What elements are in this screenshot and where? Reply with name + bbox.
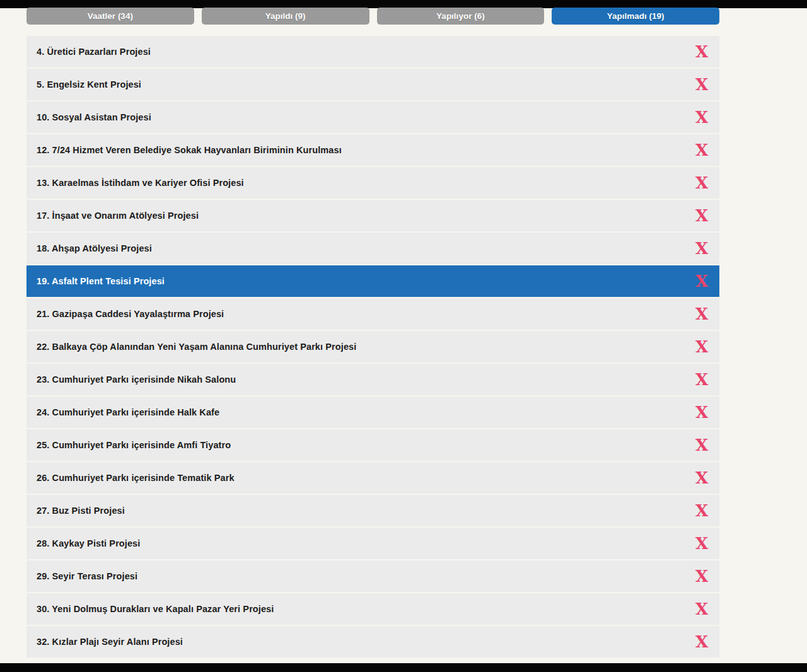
list-item-label: 4. Üretici Pazarları Projesi [37,47,693,57]
remove-icon[interactable]: X [693,109,711,125]
list-item[interactable]: 5. Engelsiz Kent ProjesiX [26,69,719,101]
remove-icon[interactable]: X [693,142,711,158]
list-item-label: 12. 7/24 Hizmet Veren Belediye Sokak Hay… [37,145,693,155]
list-item[interactable]: 21. Gazipaşa Caddesi Yayalaştırma Projes… [26,298,719,331]
list-item[interactable]: 4. Üretici Pazarları ProjesiX [26,36,719,69]
list-item-label: 23. Cumhuriyet Parkı içerisinde Nikah Sa… [37,374,693,385]
remove-icon[interactable]: X [693,568,711,584]
list-item[interactable]: 10. Sosyal Asistan ProjesiX [26,101,719,134]
list-item-label: 5. Engelsiz Kent Projesi [37,79,693,90]
list-item-label: 26. Cumhuriyet Parkı içerisinde Tematik … [37,473,693,483]
list-item[interactable]: 29. Seyir Terası ProjesiX [26,560,719,593]
list-item-label: 22. Balkaya Çöp Alanından Yeni Yaşam Ala… [37,342,693,352]
list-item[interactable]: 17. İnşaat ve Onarım Atölyesi ProjesiX [26,200,719,233]
tab-label: Yapılıyor (6) [436,11,485,21]
list-item-label: 19. Asfalt Plent Tesisi Projesi [37,276,693,286]
tab-label: Vaatler (34) [88,11,133,21]
list-item-label: 17. İnşaat ve Onarım Atölyesi Projesi [37,211,693,221]
list-item[interactable]: 22. Balkaya Çöp Alanından Yeni Yaşam Ala… [26,331,719,364]
list-item-label: 28. Kaykay Pisti Projesi [37,538,693,548]
remove-icon[interactable]: X [693,175,711,191]
remove-icon[interactable]: X [693,43,711,60]
list-item[interactable]: 19. Asfalt Plent Tesisi ProjesiX [26,265,719,298]
tab-yapiliyor[interactable]: Yapılıyor (6) [377,8,545,25]
list-item[interactable]: 30. Yeni Dolmuş Durakları ve Kapalı Paza… [26,593,719,626]
remove-icon[interactable]: X [693,207,711,224]
remove-icon[interactable]: X [693,502,711,519]
promise-list: 4. Üretici Pazarları ProjesiX5. Engelsiz… [26,36,719,659]
list-item-label: 32. Kızlar Plajı Seyir Alanı Projesi [37,637,693,647]
remove-icon[interactable]: X [693,601,711,617]
tab-vaatler[interactable]: Vaatler (34) [26,8,194,25]
list-item-label: 10. Sosyal Asistan Projesi [37,112,693,122]
remove-icon[interactable]: X [693,634,711,650]
list-item-label: 24. Cumhuriyet Parkı içerisinde Halk Kaf… [37,407,693,417]
tab-label: Yapılmadı (19) [607,11,665,21]
list-item[interactable]: 26. Cumhuriyet Parkı içerisinde Tematik … [26,462,719,495]
tab-yapildi[interactable]: Yapıldı (9) [202,8,369,25]
tab-label: Yapıldı (9) [265,11,306,21]
remove-icon[interactable]: X [693,76,711,93]
remove-icon[interactable]: X [693,273,711,289]
list-item-label: 13. Karaelmas İstihdam ve Kariyer Ofisi … [37,178,693,188]
remove-icon[interactable]: X [693,240,711,257]
list-item[interactable]: 18. Ahşap Atölyesi ProjesiX [26,233,719,265]
list-item[interactable]: 25. Cumhuriyet Parkı içerisinde Amfi Tiy… [26,429,719,462]
remove-icon[interactable]: X [693,437,711,453]
list-item-label: 29. Seyir Terası Projesi [37,571,693,581]
remove-icon[interactable]: X [693,306,711,322]
list-item[interactable]: 32. Kızlar Plajı Seyir Alanı ProjesiX [26,626,719,659]
list-item[interactable]: 13. Karaelmas İstihdam ve Kariyer Ofisi … [26,167,719,200]
list-item[interactable]: 24. Cumhuriyet Parkı içerisinde Halk Kaf… [26,397,719,429]
list-item-label: 21. Gazipaşa Caddesi Yayalaştırma Projes… [37,309,693,319]
list-item-label: 30. Yeni Dolmuş Durakları ve Kapalı Paza… [37,604,693,614]
list-item-label: 25. Cumhuriyet Parkı içerisinde Amfi Tiy… [37,440,693,450]
list-item[interactable]: 28. Kaykay Pisti ProjesiX [26,528,719,560]
promise-tracker-screen: Vaatler (34)Yapıldı (9)Yapılıyor (6)Yapı… [0,0,807,672]
remove-icon[interactable]: X [693,535,711,552]
bottom-black-bar [0,663,807,672]
tab-yapilmadi[interactable]: Yapılmadı (19) [552,8,719,25]
remove-icon[interactable]: X [693,371,711,388]
list-item-label: 18. Ahşap Atölyesi Projesi [37,243,693,253]
list-item[interactable]: 27. Buz Pisti ProjesiX [26,495,719,528]
remove-icon[interactable]: X [693,404,711,420]
status-tabs: Vaatler (34)Yapıldı (9)Yapılıyor (6)Yapı… [26,8,719,25]
list-item[interactable]: 12. 7/24 Hizmet Veren Belediye Sokak Hay… [26,134,719,167]
remove-icon[interactable]: X [693,470,711,486]
list-item[interactable]: 23. Cumhuriyet Parkı içerisinde Nikah Sa… [26,364,719,397]
remove-icon[interactable]: X [693,339,711,355]
list-item-label: 27. Buz Pisti Projesi [37,506,693,516]
